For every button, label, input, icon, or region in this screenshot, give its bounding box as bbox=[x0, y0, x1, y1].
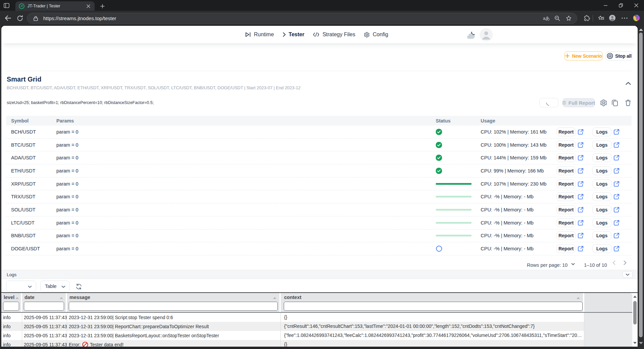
tab-close-icon[interactable] bbox=[85, 3, 91, 9]
sort-asc-icon[interactable] bbox=[15, 297, 19, 299]
sort-asc-icon[interactable] bbox=[60, 297, 63, 299]
report-button[interactable]: Report bbox=[556, 180, 576, 188]
nav-item-strategy-files[interactable]: Strategy Files bbox=[313, 32, 355, 38]
new-tab-button[interactable] bbox=[98, 2, 107, 10]
log-col-date[interactable]: date bbox=[22, 293, 66, 312]
browser-tab[interactable]: JT JT-Trader | Tester bbox=[15, 1, 95, 11]
rows-per-page-select[interactable]: 10 bbox=[562, 262, 568, 268]
sort-asc-icon[interactable] bbox=[273, 297, 276, 299]
back-icon[interactable] bbox=[4, 14, 11, 22]
logs-button[interactable]: Logs bbox=[592, 141, 611, 149]
logs-external-link-icon[interactable] bbox=[613, 155, 620, 161]
scroll-up-icon[interactable] bbox=[639, 29, 643, 31]
logs-external-link-icon[interactable] bbox=[613, 181, 620, 187]
logs-button[interactable]: Logs bbox=[592, 166, 611, 175]
log-vertical-scrollbar[interactable] bbox=[632, 293, 638, 347]
logs-external-link-icon[interactable] bbox=[613, 207, 620, 213]
report-button[interactable]: Report bbox=[556, 128, 576, 136]
next-page-icon[interactable] bbox=[624, 260, 627, 265]
log-col-level[interactable]: level bbox=[1, 293, 21, 312]
log-filter-date[interactable] bbox=[24, 302, 64, 311]
minimize-button[interactable] bbox=[598, 0, 613, 11]
logs-button[interactable]: Logs bbox=[592, 231, 611, 240]
logs-panel-header[interactable]: Logs bbox=[1, 270, 638, 279]
report-external-link-icon[interactable] bbox=[578, 246, 584, 252]
logs-external-link-icon[interactable] bbox=[613, 142, 620, 148]
report-external-link-icon[interactable] bbox=[578, 142, 584, 148]
logs-collapse-button[interactable] bbox=[623, 271, 633, 278]
report-button[interactable]: Report bbox=[556, 192, 576, 201]
log-filter-message[interactable] bbox=[69, 302, 278, 311]
report-button[interactable]: Report bbox=[556, 244, 576, 253]
user-avatar[interactable] bbox=[480, 29, 492, 41]
settings-menu-icon[interactable] bbox=[621, 14, 629, 22]
report-external-link-icon[interactable] bbox=[578, 220, 584, 226]
close-window-button[interactable] bbox=[629, 0, 644, 11]
report-button[interactable]: Report bbox=[556, 141, 576, 149]
logs-button[interactable]: Logs bbox=[592, 192, 611, 201]
report-button[interactable]: Report bbox=[556, 218, 576, 227]
restore-button[interactable] bbox=[613, 0, 629, 11]
stop-all-button[interactable]: Stop all bbox=[606, 51, 633, 60]
rows-per-page-chevron-icon[interactable] bbox=[571, 263, 575, 265]
log-view-select[interactable]: Table bbox=[40, 281, 70, 292]
logs-button[interactable]: Logs bbox=[592, 180, 611, 188]
favorite-star-icon[interactable] bbox=[564, 14, 573, 23]
page-scrollbar-thumb[interactable] bbox=[639, 33, 643, 337]
log-col-message[interactable]: message bbox=[67, 293, 280, 312]
report-external-link-icon[interactable] bbox=[578, 194, 584, 200]
scroll-down-icon[interactable] bbox=[639, 342, 643, 344]
log-scrollbar-thumb[interactable] bbox=[633, 301, 637, 325]
lock-icon[interactable] bbox=[31, 14, 40, 23]
report-external-link-icon[interactable] bbox=[578, 207, 584, 213]
report-external-link-icon[interactable] bbox=[578, 233, 584, 239]
copy-icon[interactable] bbox=[611, 99, 619, 106]
scroll-down-icon[interactable] bbox=[633, 342, 637, 344]
logs-button[interactable]: Logs bbox=[592, 128, 611, 136]
nav-item-config[interactable]: Config bbox=[364, 32, 388, 38]
url-text[interactable]: https://streams.jtnodes.top/tester bbox=[43, 15, 542, 21]
logs-button[interactable]: Logs bbox=[592, 218, 611, 227]
full-report-button[interactable]: Full Report bbox=[562, 98, 595, 107]
report-external-link-icon[interactable] bbox=[578, 155, 584, 161]
report-button[interactable]: Report bbox=[556, 153, 576, 162]
logs-external-link-icon[interactable] bbox=[613, 168, 620, 174]
nav-item-runtime[interactable]: Runtime bbox=[245, 32, 274, 38]
favorites-list-icon[interactable] bbox=[597, 14, 605, 22]
horizontal-scrollbar[interactable] bbox=[0, 347, 638, 349]
report-external-link-icon[interactable] bbox=[578, 168, 584, 174]
report-button[interactable]: Report bbox=[556, 205, 576, 214]
prev-page-icon[interactable] bbox=[612, 260, 615, 265]
delete-trash-icon[interactable] bbox=[624, 99, 632, 106]
log-filter-context[interactable] bbox=[284, 302, 583, 311]
page-scrollbar[interactable] bbox=[638, 26, 644, 349]
logs-external-link-icon[interactable] bbox=[613, 194, 620, 200]
report-button[interactable]: Report bbox=[556, 166, 576, 175]
logs-external-link-icon[interactable] bbox=[613, 129, 620, 135]
logs-refresh-icon[interactable] bbox=[75, 283, 82, 290]
translate-icon[interactable]: aあ bbox=[542, 14, 551, 23]
sort-asc-icon[interactable] bbox=[577, 297, 580, 299]
address-bar[interactable]: https://streams.jtnodes.top/tester aあ bbox=[27, 13, 577, 24]
copilot-icon[interactable] bbox=[632, 14, 640, 22]
profile-avatar-icon[interactable] bbox=[608, 14, 616, 22]
new-scenario-button[interactable]: New Scenario bbox=[565, 51, 603, 60]
log-filter-level[interactable] bbox=[3, 302, 19, 311]
extensions-icon[interactable] bbox=[583, 14, 591, 22]
zoom-out-icon[interactable] bbox=[553, 14, 561, 23]
report-external-link-icon[interactable] bbox=[578, 129, 584, 135]
logs-button[interactable]: Logs bbox=[592, 244, 611, 253]
nav-item-tester[interactable]: Tester bbox=[283, 32, 305, 38]
scroll-up-icon[interactable] bbox=[633, 296, 637, 298]
logs-external-link-icon[interactable] bbox=[613, 220, 620, 226]
logs-button[interactable]: Logs bbox=[592, 205, 611, 214]
logs-button[interactable]: Logs bbox=[592, 153, 611, 162]
scenario-settings-gear-icon[interactable] bbox=[600, 99, 607, 106]
logs-external-link-icon[interactable] bbox=[613, 246, 620, 252]
logs-external-link-icon[interactable] bbox=[613, 233, 620, 239]
refresh-icon[interactable] bbox=[16, 14, 23, 22]
report-external-link-icon[interactable] bbox=[578, 181, 584, 187]
theme-toggle-cloud-moon-icon[interactable] bbox=[466, 30, 477, 40]
report-button[interactable]: Report bbox=[556, 231, 576, 240]
tab-actions-icon[interactable] bbox=[3, 2, 10, 8]
